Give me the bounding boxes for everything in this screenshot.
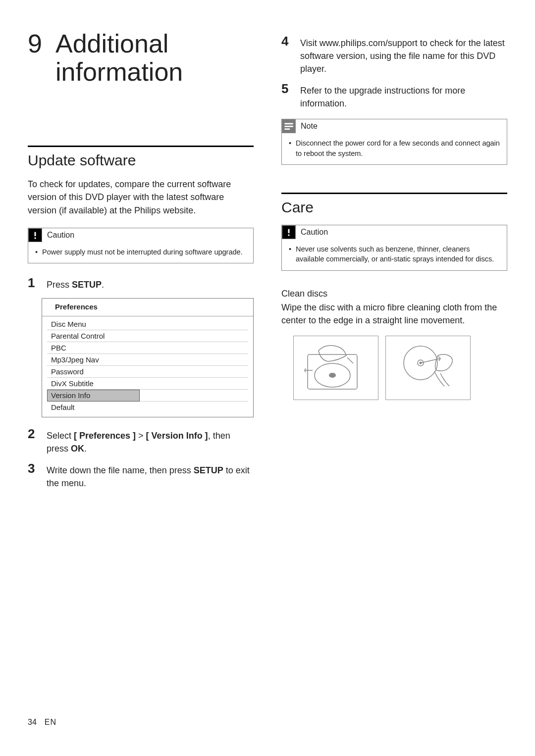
caution-header: Caution <box>28 228 253 242</box>
menu-item: PBC <box>47 342 248 354</box>
step-number: 4 <box>281 35 293 75</box>
setup-menu-screenshot: Preferences Disc MenuParental ControlPBC… <box>42 298 254 417</box>
step-text: Press SETUP. <box>47 276 104 291</box>
note-header: Note <box>282 119 507 133</box>
step-text: Visit www.philips.com/support to check f… <box>300 35 507 75</box>
svg-rect-3 <box>284 126 293 127</box>
chapter-number: 9 <box>28 30 55 86</box>
step-number: 1 <box>28 276 40 291</box>
menu-item: Mp3/Jpeg Nav <box>47 354 248 366</box>
menu-item-label: Parental Control <box>47 330 140 342</box>
menu-item-value <box>140 366 248 378</box>
chapter-title: 9 Additional information <box>28 30 254 86</box>
svg-point-6 <box>288 234 289 236</box>
caution-header: Caution <box>282 225 507 239</box>
caution-box: Caution Power supply must not be interru… <box>28 228 254 263</box>
page-footer: 34 EN <box>0 718 535 727</box>
caution-item: Never use solvents such as benzene, thin… <box>289 244 500 264</box>
svg-rect-4 <box>284 129 290 130</box>
menu-item: Default <box>47 402 248 413</box>
svg-rect-0 <box>35 232 36 236</box>
menu-item-label: Password <box>47 366 140 378</box>
menu-item-value <box>140 354 248 366</box>
menu-item: Version Info <box>47 390 248 402</box>
section-update-software: Update software <box>28 152 254 169</box>
menu-item-value <box>140 402 248 413</box>
chapter-heading: Additional information <box>55 30 254 86</box>
menu-item-value <box>140 378 248 390</box>
right-column: 4 Visit www.philips.com/support to check… <box>281 30 507 703</box>
step-text: Refer to the upgrade instructions for mo… <box>300 82 507 110</box>
menu-item-label: DivX Subtitle <box>47 378 140 390</box>
menu-item: Parental Control <box>47 330 248 342</box>
menu-item-label: Mp3/Jpeg Nav <box>47 354 140 366</box>
menu-item: Disc Menu <box>47 318 248 330</box>
step-2: 2 Select [ Preferences ] > [ Version Inf… <box>28 427 254 455</box>
caution-body: Power supply must not be interrupted dur… <box>28 242 253 263</box>
step-number: 2 <box>28 427 40 455</box>
step-number: 5 <box>281 82 293 110</box>
exclamation-icon <box>28 228 42 242</box>
step-3: 3 Write down the file name, then press S… <box>28 462 254 490</box>
illustration-row <box>293 336 507 400</box>
menu-item-value <box>140 342 248 354</box>
svg-rect-5 <box>288 229 290 233</box>
note-body: Disconnect the power cord for a few seco… <box>282 133 507 164</box>
caution-label: Caution <box>301 228 328 237</box>
note-box: Note Disconnect the power cord for a few… <box>281 119 507 165</box>
step-5: 5 Refer to the upgrade instructions for … <box>281 82 507 110</box>
svg-rect-2 <box>284 123 293 125</box>
divider <box>28 146 254 147</box>
clean-discs-text: Wipe the disc with a micro fibre cleanin… <box>281 301 507 327</box>
menu-item-value <box>140 390 248 402</box>
menu-item-label: Disc Menu <box>47 318 140 330</box>
svg-point-9 <box>329 373 336 378</box>
divider <box>281 193 507 194</box>
intro-text: To check for updates, compare the curren… <box>28 178 254 216</box>
caution-item: Power supply must not be interrupted dur… <box>35 247 246 257</box>
illustration-wipe-disc <box>385 336 471 400</box>
note-label: Note <box>301 122 318 131</box>
clean-discs-heading: Clean discs <box>281 289 507 299</box>
menu-item-label: Version Info <box>47 390 140 402</box>
note-item: Disconnect the power cord for a few seco… <box>289 138 500 158</box>
menu-item-label: PBC <box>47 342 140 354</box>
note-icon <box>282 119 296 133</box>
step-text: Write down the file name, then press SET… <box>47 462 254 490</box>
caution-label: Caution <box>47 231 74 240</box>
menu-item: DivX Subtitle <box>47 378 248 390</box>
illustration-disc-in-case <box>293 336 378 400</box>
page-number: 34 <box>28 718 37 727</box>
language-code: EN <box>45 718 56 727</box>
menu-item-value <box>140 330 248 342</box>
menu-header: Preferences <box>42 299 253 316</box>
left-column: 9 Additional information Update software… <box>28 30 254 703</box>
caution-body: Never use solvents such as benzene, thin… <box>282 239 507 270</box>
menu-item-label: Default <box>47 402 140 413</box>
caution-box-care: Caution Never use solvents such as benze… <box>281 225 507 271</box>
menu-item: Password <box>47 366 248 378</box>
step-number: 3 <box>28 462 40 490</box>
exclamation-icon <box>282 225 296 239</box>
svg-point-1 <box>34 237 36 239</box>
step-4: 4 Visit www.philips.com/support to check… <box>281 35 507 75</box>
menu-list: Disc MenuParental ControlPBCMp3/Jpeg Nav… <box>42 316 253 417</box>
section-care: Care <box>281 199 507 216</box>
menu-item-value <box>140 318 248 330</box>
step-1: 1 Press SETUP. <box>28 276 254 291</box>
step-text: Select [ Preferences ] > [ Version Info … <box>47 427 254 455</box>
